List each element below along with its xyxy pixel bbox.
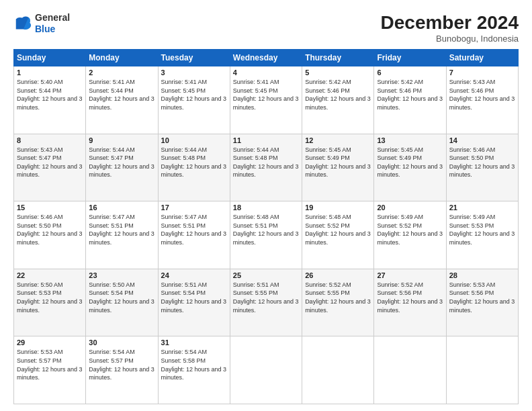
day-number: 6 (377, 68, 443, 77)
day-number: 16 (89, 203, 154, 212)
day-number: 12 (305, 136, 371, 144)
calendar-cell: 9 Sunrise: 5:44 AM Sunset: 5:47 PM Dayli… (86, 134, 158, 201)
sunrise-label: Sunrise: 5:46 AM (449, 146, 496, 153)
sunset-label: Sunset: 5:55 PM (305, 289, 350, 296)
calendar-cell: 19 Sunrise: 5:48 AM Sunset: 5:52 PM Dayl… (302, 201, 374, 269)
cell-info: Sunrise: 5:44 AM Sunset: 5:48 PM Dayligh… (161, 146, 227, 179)
sunrise-label: Sunrise: 5:47 AM (89, 214, 135, 220)
daylight-label: Daylight: 12 hours and 3 minutes. (161, 366, 227, 381)
cell-info: Sunrise: 5:54 AM Sunset: 5:57 PM Dayligh… (89, 348, 154, 381)
sunset-label: Sunset: 5:57 PM (17, 357, 62, 364)
cell-info: Sunrise: 5:43 AM Sunset: 5:46 PM Dayligh… (449, 78, 515, 111)
day-number: 2 (89, 68, 154, 77)
sunrise-label: Sunrise: 5:43 AM (17, 146, 63, 153)
sunrise-label: Sunrise: 5:41 AM (233, 79, 279, 85)
sunrise-label: Sunrise: 5:52 AM (377, 281, 423, 288)
calendar-cell: 27 Sunrise: 5:52 AM Sunset: 5:56 PM Dayl… (374, 269, 446, 336)
calendar-cell: 1 Sunrise: 5:40 AM Sunset: 5:44 PM Dayli… (14, 66, 86, 134)
day-number: 1 (17, 68, 83, 77)
sunrise-label: Sunrise: 5:48 AM (305, 214, 351, 220)
sunrise-label: Sunrise: 5:45 AM (305, 146, 351, 153)
daylight-label: Daylight: 12 hours and 3 minutes. (233, 95, 299, 111)
daylight-label: Daylight: 12 hours and 3 minutes. (233, 163, 299, 179)
day-number: 30 (89, 338, 154, 347)
calendar-week-row: 29 Sunrise: 5:53 AM Sunset: 5:57 PM Dayl… (14, 336, 519, 404)
day-number: 29 (17, 338, 83, 347)
calendar-cell (302, 336, 374, 404)
sunset-label: Sunset: 5:54 PM (161, 289, 206, 296)
sunset-label: Sunset: 5:44 PM (17, 87, 62, 94)
cell-info: Sunrise: 5:50 AM Sunset: 5:54 PM Dayligh… (89, 281, 154, 314)
daylight-label: Daylight: 12 hours and 3 minutes. (161, 298, 227, 314)
calendar-cell: 10 Sunrise: 5:44 AM Sunset: 5:48 PM Dayl… (158, 134, 230, 201)
sunset-label: Sunset: 5:46 PM (305, 87, 350, 94)
calendar-cell: 17 Sunrise: 5:47 AM Sunset: 5:51 PM Dayl… (158, 201, 230, 269)
sunset-label: Sunset: 5:58 PM (161, 357, 206, 364)
calendar-cell: 6 Sunrise: 5:42 AM Sunset: 5:46 PM Dayli… (374, 66, 446, 134)
calendar-cell: 26 Sunrise: 5:52 AM Sunset: 5:55 PM Dayl… (302, 269, 374, 336)
sunset-label: Sunset: 5:45 PM (233, 87, 278, 94)
calendar-cell: 25 Sunrise: 5:51 AM Sunset: 5:55 PM Dayl… (230, 269, 302, 336)
daylight-label: Daylight: 12 hours and 3 minutes. (305, 163, 371, 179)
cell-info: Sunrise: 5:53 AM Sunset: 5:57 PM Dayligh… (17, 348, 83, 381)
sunset-label: Sunset: 5:48 PM (161, 154, 206, 161)
calendar-cell: 2 Sunrise: 5:41 AM Sunset: 5:44 PM Dayli… (86, 66, 158, 134)
sunset-label: Sunset: 5:53 PM (17, 289, 62, 296)
sunrise-label: Sunrise: 5:41 AM (89, 79, 135, 85)
calendar-week-row: 22 Sunrise: 5:50 AM Sunset: 5:53 PM Dayl… (14, 269, 519, 336)
daylight-label: Daylight: 12 hours and 3 minutes. (17, 366, 83, 381)
sunset-label: Sunset: 5:49 PM (377, 154, 422, 161)
calendar-cell: 8 Sunrise: 5:43 AM Sunset: 5:47 PM Dayli… (14, 134, 86, 201)
daylight-label: Daylight: 12 hours and 3 minutes. (89, 298, 154, 314)
calendar-cell: 29 Sunrise: 5:53 AM Sunset: 5:57 PM Dayl… (14, 336, 86, 404)
daylight-label: Daylight: 12 hours and 3 minutes. (17, 163, 83, 179)
sunrise-label: Sunrise: 5:47 AM (161, 214, 208, 220)
header-thursday: Thursday (302, 50, 374, 66)
calendar-cell (374, 336, 446, 404)
day-number: 14 (449, 136, 515, 144)
day-number: 24 (161, 271, 227, 279)
cell-info: Sunrise: 5:45 AM Sunset: 5:49 PM Dayligh… (305, 146, 371, 179)
calendar-cell: 11 Sunrise: 5:44 AM Sunset: 5:48 PM Dayl… (230, 134, 302, 201)
cell-info: Sunrise: 5:43 AM Sunset: 5:47 PM Dayligh… (17, 146, 83, 179)
sunrise-label: Sunrise: 5:41 AM (161, 79, 208, 85)
cell-info: Sunrise: 5:52 AM Sunset: 5:56 PM Dayligh… (377, 281, 443, 314)
daylight-label: Daylight: 12 hours and 3 minutes. (305, 298, 371, 314)
day-number: 8 (17, 136, 83, 144)
daylight-label: Daylight: 12 hours and 3 minutes. (89, 366, 154, 381)
sunset-label: Sunset: 5:52 PM (305, 222, 350, 229)
day-number: 9 (89, 136, 154, 144)
sunset-label: Sunset: 5:57 PM (89, 357, 134, 364)
calendar-table: Sunday Monday Tuesday Wednesday Thursday… (13, 49, 519, 404)
calendar-cell: 18 Sunrise: 5:48 AM Sunset: 5:51 PM Dayl… (230, 201, 302, 269)
daylight-label: Daylight: 12 hours and 3 minutes. (233, 298, 299, 314)
cell-info: Sunrise: 5:52 AM Sunset: 5:55 PM Dayligh… (305, 281, 371, 314)
sunrise-label: Sunrise: 5:44 AM (161, 146, 208, 153)
cell-info: Sunrise: 5:44 AM Sunset: 5:48 PM Dayligh… (233, 146, 299, 179)
calendar-cell: 30 Sunrise: 5:54 AM Sunset: 5:57 PM Dayl… (86, 336, 158, 404)
sunrise-label: Sunrise: 5:49 AM (377, 214, 423, 220)
sunset-label: Sunset: 5:50 PM (449, 154, 494, 161)
daylight-label: Daylight: 12 hours and 3 minutes. (17, 298, 83, 314)
sunset-label: Sunset: 5:47 PM (17, 154, 62, 161)
calendar-cell: 12 Sunrise: 5:45 AM Sunset: 5:49 PM Dayl… (302, 134, 374, 201)
daylight-label: Daylight: 12 hours and 3 minutes. (305, 95, 371, 111)
daylight-label: Daylight: 12 hours and 3 minutes. (449, 95, 515, 111)
sunrise-label: Sunrise: 5:53 AM (17, 349, 63, 355)
sunset-label: Sunset: 5:48 PM (233, 154, 278, 161)
sunset-label: Sunset: 5:51 PM (89, 222, 134, 229)
sunrise-label: Sunrise: 5:40 AM (17, 79, 63, 85)
sunset-label: Sunset: 5:55 PM (233, 289, 278, 296)
title-block: December 2024 Bunobogu, Indonesia (381, 12, 519, 44)
calendar-cell: 31 Sunrise: 5:54 AM Sunset: 5:58 PM Dayl… (158, 336, 230, 404)
calendar-week-row: 15 Sunrise: 5:46 AM Sunset: 5:50 PM Dayl… (14, 201, 519, 269)
sunset-label: Sunset: 5:49 PM (305, 154, 350, 161)
daylight-label: Daylight: 12 hours and 3 minutes. (89, 230, 154, 246)
sunrise-label: Sunrise: 5:42 AM (377, 79, 423, 85)
day-number: 31 (161, 338, 227, 347)
calendar-cell (230, 336, 302, 404)
cell-info: Sunrise: 5:42 AM Sunset: 5:46 PM Dayligh… (305, 78, 371, 111)
day-number: 3 (161, 68, 227, 77)
calendar-cell: 20 Sunrise: 5:49 AM Sunset: 5:52 PM Dayl… (374, 201, 446, 269)
calendar-cell (446, 336, 518, 404)
